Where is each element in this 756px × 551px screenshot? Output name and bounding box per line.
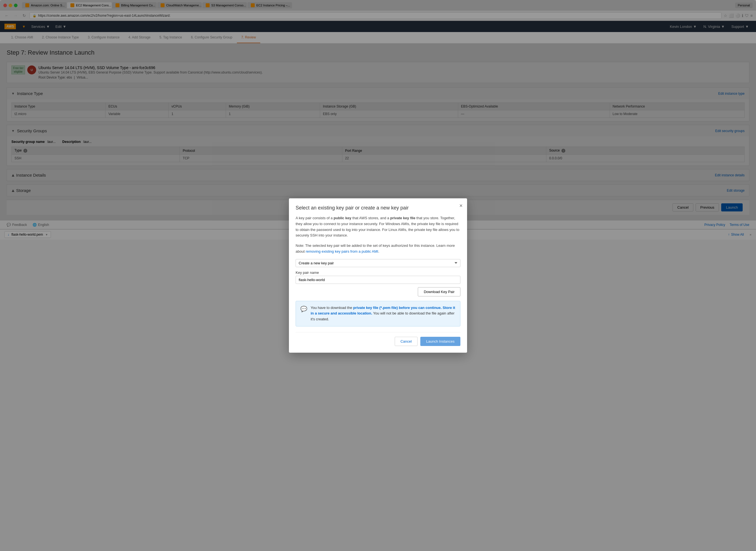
modal-public-key-bold: public key: [334, 216, 352, 220]
modal-overlay[interactable]: Select an existing key pair or create a …: [0, 0, 756, 239]
modal-title: Select an existing key pair or create a …: [296, 205, 460, 211]
modal-description: A key pair consists of a public key that…: [296, 215, 460, 238]
modal-private-key-bold: private key file: [390, 216, 415, 220]
modal-close-button[interactable]: ×: [459, 203, 463, 208]
key-pair-modal: Select an existing key pair or create a …: [289, 198, 467, 239]
